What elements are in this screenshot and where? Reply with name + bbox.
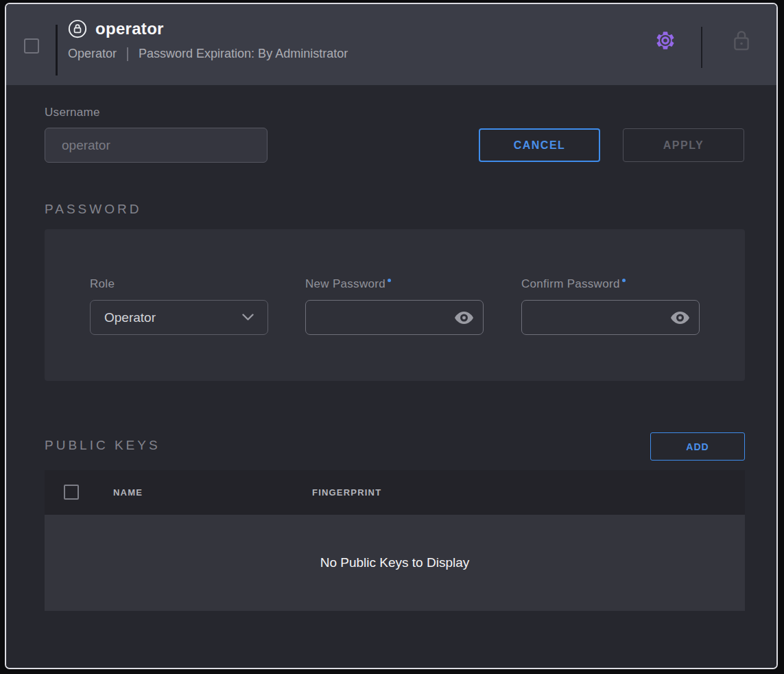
required-dot — [388, 279, 391, 282]
new-password-input[interactable] — [305, 300, 484, 335]
dialog-header: operator Operator Password Expiration: B… — [6, 4, 776, 85]
cancel-button[interactable]: CANCEL — [479, 128, 600, 162]
chevron-down-icon — [242, 314, 254, 321]
table-empty-state: No Public Keys to Display — [45, 515, 745, 611]
header-title-block: operator Operator Password Expiration: B… — [68, 19, 348, 61]
select-all-checkbox[interactable] — [64, 485, 79, 500]
username-label: Username — [45, 106, 100, 119]
role-select[interactable]: Operator — [90, 300, 268, 335]
public-keys-section-heading: PUBLIC KEYS — [45, 438, 161, 453]
lock-icon[interactable] — [732, 29, 751, 52]
select-user-checkbox[interactable] — [24, 38, 39, 54]
dialog-body: Username CANCEL APPLY PASSWORD Role Oper… — [6, 85, 776, 668]
password-section-heading: PASSWORD — [45, 202, 141, 217]
lock-circle-icon — [68, 19, 87, 38]
role-selected-value: Operator — [104, 310, 156, 325]
role-label: Role — [90, 277, 115, 291]
eye-icon[interactable] — [671, 312, 689, 324]
page-title: operator — [95, 19, 164, 38]
add-public-key-button[interactable]: ADD — [650, 432, 745, 461]
password-expiration-text: Password Expiration: By Administrator — [139, 47, 348, 61]
gear-icon[interactable] — [654, 30, 676, 51]
public-keys-table: NAME FINGERPRINT No Public Keys to Displ… — [45, 470, 745, 611]
confirm-password-label: Confirm Password — [521, 277, 626, 291]
header-subtitle: Operator Password Expiration: By Adminis… — [68, 47, 348, 61]
new-password-label: New Password — [305, 277, 391, 291]
column-header-name: NAME — [113, 487, 143, 498]
empty-state-message: No Public Keys to Display — [320, 555, 470, 570]
user-detail-dialog: operator Operator Password Expiration: B… — [5, 3, 778, 669]
confirm-password-input[interactable] — [521, 300, 700, 335]
user-role-text: Operator — [68, 47, 117, 61]
password-panel: Role Operator New Password — [45, 229, 745, 381]
header-icons-divider — [701, 27, 702, 68]
column-header-fingerprint: FINGERPRINT — [312, 487, 381, 498]
header-divider — [56, 25, 58, 75]
eye-icon[interactable] — [455, 312, 473, 324]
subtitle-divider — [127, 47, 128, 61]
username-input[interactable] — [45, 128, 268, 163]
table-header-row: NAME FINGERPRINT — [45, 470, 745, 515]
apply-button[interactable]: APPLY — [623, 128, 744, 162]
required-dot — [622, 279, 626, 282]
